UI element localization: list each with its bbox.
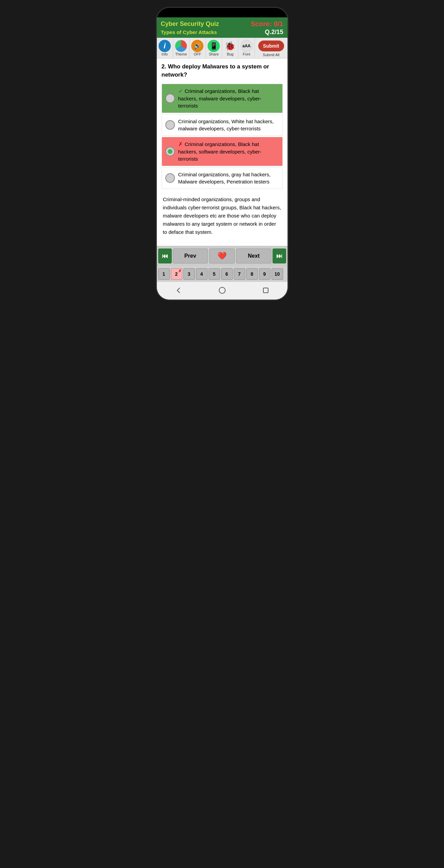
radio-a: [165, 94, 175, 103]
bottom-navigation: ⏮ Prev ❤️ Next ⏭: [157, 246, 287, 266]
next-end-button[interactable]: ⏭: [273, 248, 286, 263]
back-nav-icon[interactable]: [174, 286, 183, 295]
font-label: Font: [243, 52, 250, 56]
submit-all-button[interactable]: Submit Submit All: [255, 38, 287, 58]
info-icon: i: [159, 40, 171, 52]
sound-icon: 🔊: [191, 40, 203, 52]
question-num-8[interactable]: 8: [246, 268, 258, 280]
question-num-7[interactable]: 7: [234, 268, 245, 280]
options-list: ✓ Criminal organizations, Black hat hack…: [162, 84, 283, 190]
question-num-4[interactable]: 4: [196, 268, 208, 280]
prev-button[interactable]: Prev: [173, 248, 208, 263]
option-b-text: Criminal organizations, White hat hacker…: [178, 118, 279, 132]
radio-b: [165, 120, 175, 130]
prev-group: ⏮ Prev: [158, 248, 208, 263]
home-nav-icon[interactable]: [218, 286, 227, 295]
sound-button[interactable]: 🔊 OFF: [190, 38, 206, 58]
svg-rect-1: [263, 288, 268, 293]
theme-icon: [175, 40, 187, 52]
question-number-grid: 12✗345678910: [157, 266, 287, 282]
info-label: Info: [162, 52, 168, 56]
share-icon: 📱: [208, 40, 220, 52]
question-num-9[interactable]: 9: [259, 268, 270, 280]
next-group: Next ⏭: [236, 248, 286, 263]
question-num-2[interactable]: 2✗: [171, 268, 182, 280]
option-a-text: ✓ Criminal organizations, Black hat hack…: [178, 87, 279, 109]
question-text: 2. Who deploy Malwares to a system or ne…: [162, 63, 283, 79]
svg-point-0: [219, 287, 225, 293]
prev-start-button[interactable]: ⏮: [158, 248, 172, 263]
option-d[interactable]: Criminal organizations, gray hat hackers…: [162, 167, 283, 189]
share-button[interactable]: 📱 Share: [206, 38, 222, 58]
favorite-button[interactable]: ❤️: [209, 248, 235, 263]
bug-button[interactable]: 🐞 Bug: [222, 38, 239, 58]
correct-mark-a: ✓: [178, 88, 183, 94]
question-num-6[interactable]: 6: [221, 268, 233, 280]
question-number-display: Q.2/15: [265, 29, 283, 36]
theme-button[interactable]: Theme: [173, 38, 190, 58]
sound-label: OFF: [194, 52, 201, 56]
app-title: Cyber Security Quiz: [161, 20, 219, 28]
recent-nav-icon[interactable]: [261, 286, 270, 295]
font-icon: aAA: [241, 40, 253, 52]
radio-c-inner: [168, 149, 172, 154]
option-b[interactable]: Criminal organizations, White hat hacker…: [162, 114, 283, 136]
question-num-5[interactable]: 5: [209, 268, 220, 280]
radio-c: [165, 147, 175, 156]
radio-d: [165, 173, 175, 183]
explanation-text: Criminal-minded organizations, groups an…: [162, 195, 283, 236]
share-label: Share: [209, 52, 219, 56]
submit-all-label: Submit All: [263, 53, 279, 57]
theme-label: Theme: [175, 52, 187, 56]
option-a[interactable]: ✓ Criminal organizations, Black hat hack…: [162, 84, 283, 113]
font-button[interactable]: aAA Font: [239, 38, 255, 58]
option-d-text: Criminal organizations, gray hat hackers…: [178, 171, 279, 185]
score-display: Score: 0/1: [251, 20, 283, 28]
next-button[interactable]: Next: [236, 248, 271, 263]
bug-icon: 🐞: [224, 40, 236, 52]
bug-label: Bug: [227, 52, 234, 56]
info-button[interactable]: i Info: [157, 38, 173, 58]
submit-button[interactable]: Submit: [258, 41, 284, 51]
wrong-mark-c: ✗: [178, 141, 183, 147]
question-num-1[interactable]: 1: [158, 268, 170, 280]
option-c-text: ✗ Criminal organizations, Black hat hack…: [178, 141, 279, 162]
phone-nav-bar: [157, 282, 287, 300]
option-c[interactable]: ✗ Criminal organizations, Black hat hack…: [162, 137, 283, 166]
question-num-3[interactable]: 3: [183, 268, 195, 280]
question-num-10[interactable]: 10: [272, 268, 283, 280]
quiz-type: Types of Cyber Attacks: [161, 29, 217, 35]
